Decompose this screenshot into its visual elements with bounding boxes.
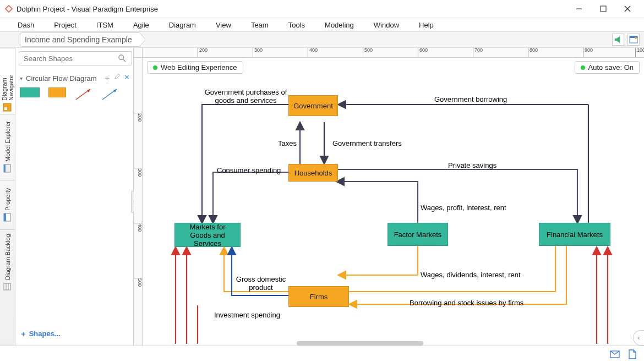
shape-swatches bbox=[19, 87, 130, 105]
svg-rect-15 bbox=[4, 283, 11, 290]
shape-blue-arrow[interactable] bbox=[101, 87, 119, 101]
property-icon bbox=[3, 213, 12, 222]
menu-help[interactable]: Help bbox=[409, 20, 444, 30]
menu-project[interactable]: Project bbox=[44, 20, 86, 30]
menu-team[interactable]: Team bbox=[241, 20, 279, 30]
node-financial-markets[interactable]: Financial Markets bbox=[539, 223, 610, 246]
titlebar: Dolphin Project - Visual Paradigm Enterp… bbox=[0, 0, 644, 18]
tab-model-explorer[interactable]: Model Explorer bbox=[0, 114, 15, 180]
shape-red-arrow[interactable] bbox=[75, 87, 92, 101]
search-input[interactable] bbox=[21, 54, 118, 63]
maximize-button[interactable] bbox=[591, 0, 615, 18]
right-panel-handle[interactable]: ‹ bbox=[633, 330, 644, 345]
ruler-corner bbox=[134, 48, 143, 58]
svg-rect-14 bbox=[4, 213, 7, 221]
edit-shape-icon[interactable] bbox=[114, 73, 121, 83]
window-title: Dolphin Project - Visual Paradigm Enterp… bbox=[17, 5, 567, 13]
svg-marker-21 bbox=[87, 89, 90, 92]
label-gov-purchases: Government purchases of goods and servic… bbox=[203, 88, 288, 105]
side-tabs: Diagram Navigator Model Explorer Propert… bbox=[0, 48, 15, 345]
search-icon[interactable] bbox=[118, 54, 129, 62]
add-shape-icon[interactable]: ＋ bbox=[103, 73, 111, 83]
label-consumer-spending: Consumer spending bbox=[217, 166, 281, 174]
shape-orange-rect[interactable] bbox=[48, 87, 66, 97]
tab-diagram-backlog[interactable]: Diagram Backlog bbox=[0, 229, 15, 295]
palette-panel: ⋮ ▾ Circular Flow Diagram ＋ ✕ ＋ Shapes..… bbox=[15, 48, 134, 345]
breadcrumb[interactable]: Income and Spending Example bbox=[20, 32, 139, 47]
svg-marker-23 bbox=[113, 89, 117, 92]
statusbar bbox=[0, 345, 644, 362]
tab-diagram-navigator[interactable]: Diagram Navigator bbox=[0, 48, 15, 114]
label-wages-profit: Wages, profit, interest, rent bbox=[421, 204, 506, 212]
web-editing-pill[interactable]: Web Editing Experience bbox=[147, 61, 243, 74]
palette-category-header[interactable]: ▾ Circular Flow Diagram ＋ ✕ bbox=[20, 73, 130, 83]
node-markets-goods[interactable]: Markets for Goods and Services bbox=[174, 223, 241, 247]
tab-property[interactable]: Property bbox=[0, 180, 15, 229]
menu-dash[interactable]: Dash bbox=[8, 20, 44, 30]
announce-icon[interactable] bbox=[612, 34, 624, 46]
svg-line-19 bbox=[123, 59, 125, 62]
label-gov-transfers: Government transfers bbox=[332, 139, 402, 147]
label-gdp: Gross domestic product bbox=[231, 275, 291, 292]
chevron-down-icon: ▾ bbox=[20, 75, 23, 81]
shapes-link[interactable]: ＋ Shapes... bbox=[19, 326, 130, 342]
remove-shape-icon[interactable]: ✕ bbox=[124, 73, 130, 83]
document-icon[interactable] bbox=[627, 349, 637, 359]
status-dot-icon bbox=[581, 65, 585, 70]
label-gov-borrowing: Government borrowing bbox=[434, 95, 507, 103]
breadcrumb-row: Income and Spending Example bbox=[0, 31, 644, 48]
ruler-vertical: 200 300 400 500 bbox=[134, 58, 143, 345]
diagram-canvas[interactable]: Web Editing Experience Auto save: On bbox=[143, 58, 644, 345]
node-households[interactable]: Households bbox=[288, 164, 338, 182]
status-dot-icon bbox=[153, 65, 157, 70]
ruler-horizontal: 200 300 400 500 600 700 800 900 1000 bbox=[143, 48, 644, 58]
navigator-icon bbox=[3, 103, 12, 112]
autosave-pill[interactable]: Auto save: On bbox=[575, 61, 640, 74]
svg-rect-10 bbox=[5, 107, 8, 110]
canvas-scrollbar[interactable] bbox=[297, 341, 423, 345]
label-investment-spending: Investment spending bbox=[214, 311, 280, 319]
search-shapes[interactable] bbox=[19, 51, 132, 65]
menu-view[interactable]: View bbox=[206, 20, 241, 30]
menu-modeling[interactable]: Modeling bbox=[315, 20, 364, 30]
app-logo-icon bbox=[4, 4, 13, 13]
menu-agile[interactable]: Agile bbox=[123, 20, 159, 30]
backlog-icon bbox=[3, 282, 12, 291]
menu-tools[interactable]: Tools bbox=[279, 20, 315, 30]
svg-point-18 bbox=[119, 55, 124, 60]
label-taxes: Taxes bbox=[278, 139, 297, 147]
explorer-icon bbox=[3, 164, 12, 173]
menubar: Dash Project ITSM Agile Diagram View Tea… bbox=[0, 18, 644, 31]
label-private-savings: Private savings bbox=[448, 161, 496, 169]
node-government[interactable]: Government bbox=[288, 95, 338, 116]
layout-icon[interactable] bbox=[627, 34, 640, 46]
label-borrowing-stock: Borrowing and stock issues by firms bbox=[410, 299, 523, 307]
close-button[interactable] bbox=[615, 0, 640, 18]
canvas-area: ⋮ 200 300 400 500 600 700 800 900 1000 2… bbox=[134, 48, 644, 345]
svg-point-8 bbox=[635, 37, 637, 39]
palette-category-label: Circular Flow Diagram bbox=[26, 74, 97, 83]
label-wages-dividends: Wages, dividends, interest, rent bbox=[421, 271, 521, 279]
mail-icon[interactable] bbox=[610, 349, 620, 359]
menu-itsm[interactable]: ITSM bbox=[86, 20, 123, 30]
node-factor-markets[interactable]: Factor Markets bbox=[388, 223, 448, 246]
menu-diagram[interactable]: Diagram bbox=[159, 20, 206, 30]
minimize-button[interactable] bbox=[567, 0, 591, 18]
shape-green-rect[interactable] bbox=[20, 87, 40, 97]
svg-rect-3 bbox=[601, 6, 606, 12]
menu-window[interactable]: Window bbox=[364, 20, 409, 30]
node-firms[interactable]: Firms bbox=[288, 286, 349, 307]
